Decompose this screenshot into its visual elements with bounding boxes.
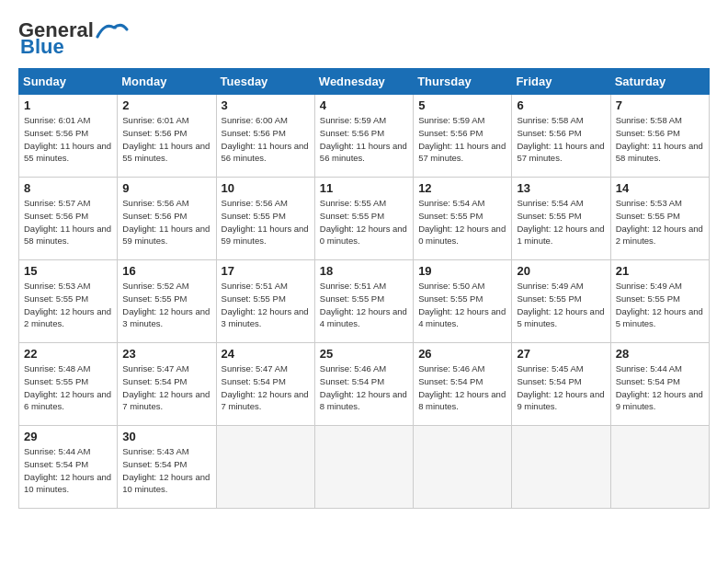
day-info: Sunrise: 5:58 AM Sunset: 5:56 PM Dayligh… (616, 114, 704, 165)
day-info: Sunrise: 5:53 AM Sunset: 5:55 PM Dayligh… (616, 197, 704, 247)
day-info: Sunrise: 5:51 AM Sunset: 5:55 PM Dayligh… (320, 280, 408, 330)
day-number: 29 (24, 430, 112, 443)
calendar-cell-8: 8 Sunrise: 5:57 AM Sunset: 5:56 PM Dayli… (19, 178, 118, 260)
calendar-cell-14: 14 Sunrise: 5:53 AM Sunset: 5:55 PM Dayl… (610, 178, 709, 260)
day-info: Sunrise: 5:44 AM Sunset: 5:54 PM Dayligh… (24, 445, 112, 496)
page-header: General Blue (18, 18, 710, 59)
weekday-header-thursday: Thursday (414, 69, 512, 95)
day-info: Sunrise: 5:44 AM Sunset: 5:54 PM Dayligh… (616, 362, 704, 413)
day-number: 21 (616, 264, 704, 278)
day-info: Sunrise: 5:59 AM Sunset: 5:56 PM Dayligh… (418, 114, 506, 165)
day-number: 3 (222, 98, 310, 112)
day-number: 4 (320, 98, 408, 112)
calendar-cell-11: 11 Sunrise: 5:55 AM Sunset: 5:55 PM Dayl… (314, 178, 413, 260)
day-info: Sunrise: 5:43 AM Sunset: 5:54 PM Dayligh… (122, 445, 210, 496)
day-number: 15 (24, 264, 112, 278)
calendar-cell-26: 26 Sunrise: 5:46 AM Sunset: 5:54 PM Dayl… (414, 343, 512, 426)
calendar-cell-2: 2 Sunrise: 6:01 AM Sunset: 5:56 PM Dayli… (118, 95, 216, 178)
calendar-cell-12: 12 Sunrise: 5:54 AM Sunset: 5:55 PM Dayl… (414, 178, 512, 260)
empty-cell (414, 426, 512, 509)
day-info: Sunrise: 5:56 AM Sunset: 5:56 PM Dayligh… (122, 197, 210, 247)
logo: General Blue (18, 18, 129, 59)
day-info: Sunrise: 5:51 AM Sunset: 5:55 PM Dayligh… (222, 280, 310, 330)
day-number: 6 (517, 98, 605, 112)
day-number: 28 (616, 347, 704, 361)
day-info: Sunrise: 6:01 AM Sunset: 5:56 PM Dayligh… (122, 114, 210, 165)
day-number: 24 (222, 347, 310, 361)
day-info: Sunrise: 5:47 AM Sunset: 5:54 PM Dayligh… (122, 362, 210, 413)
weekday-header-friday: Friday (512, 69, 610, 95)
day-info: Sunrise: 5:53 AM Sunset: 5:55 PM Dayligh… (24, 280, 112, 330)
logo-bird-icon (96, 20, 129, 40)
calendar-cell-25: 25 Sunrise: 5:46 AM Sunset: 5:54 PM Dayl… (314, 343, 413, 426)
calendar-cell-22: 22 Sunrise: 5:48 AM Sunset: 5:55 PM Dayl… (19, 343, 118, 426)
empty-cell (610, 426, 709, 509)
day-info: Sunrise: 5:57 AM Sunset: 5:56 PM Dayligh… (24, 197, 112, 247)
day-number: 14 (616, 181, 704, 195)
day-info: Sunrise: 6:00 AM Sunset: 5:56 PM Dayligh… (222, 114, 310, 165)
day-info: Sunrise: 5:49 AM Sunset: 5:55 PM Dayligh… (616, 280, 704, 330)
calendar-cell-16: 16 Sunrise: 5:52 AM Sunset: 5:55 PM Dayl… (118, 260, 216, 343)
day-info: Sunrise: 5:50 AM Sunset: 5:55 PM Dayligh… (418, 280, 506, 330)
calendar-cell-4: 4 Sunrise: 5:59 AM Sunset: 5:56 PM Dayli… (314, 95, 413, 178)
day-info: Sunrise: 5:49 AM Sunset: 5:55 PM Dayligh… (517, 280, 605, 330)
calendar-cell-24: 24 Sunrise: 5:47 AM Sunset: 5:54 PM Dayl… (216, 343, 314, 426)
calendar-cell-6: 6 Sunrise: 5:58 AM Sunset: 5:56 PM Dayli… (512, 95, 610, 178)
day-number: 18 (320, 264, 408, 278)
weekday-header-sunday: Sunday (19, 69, 118, 95)
day-info: Sunrise: 5:52 AM Sunset: 5:55 PM Dayligh… (122, 280, 210, 330)
calendar-cell-18: 18 Sunrise: 5:51 AM Sunset: 5:55 PM Dayl… (314, 260, 413, 343)
day-number: 22 (24, 347, 112, 361)
day-number: 10 (222, 181, 310, 195)
logo-blue: Blue (20, 35, 64, 59)
day-number: 20 (517, 264, 605, 278)
day-number: 27 (517, 347, 605, 361)
calendar-cell-1: 1 Sunrise: 6:01 AM Sunset: 5:56 PM Dayli… (19, 95, 118, 178)
day-info: Sunrise: 5:55 AM Sunset: 5:55 PM Dayligh… (320, 197, 408, 247)
calendar-cell-15: 15 Sunrise: 5:53 AM Sunset: 5:55 PM Dayl… (19, 260, 118, 343)
day-number: 5 (418, 98, 506, 112)
empty-cell (216, 426, 314, 509)
calendar-cell-19: 19 Sunrise: 5:50 AM Sunset: 5:55 PM Dayl… (414, 260, 512, 343)
day-info: Sunrise: 5:54 AM Sunset: 5:55 PM Dayligh… (517, 197, 605, 247)
day-info: Sunrise: 5:54 AM Sunset: 5:55 PM Dayligh… (418, 197, 506, 247)
day-info: Sunrise: 5:46 AM Sunset: 5:54 PM Dayligh… (320, 362, 408, 413)
day-number: 1 (24, 98, 112, 112)
day-info: Sunrise: 5:47 AM Sunset: 5:54 PM Dayligh… (222, 362, 310, 413)
calendar-cell-23: 23 Sunrise: 5:47 AM Sunset: 5:54 PM Dayl… (118, 343, 216, 426)
calendar-cell-21: 21 Sunrise: 5:49 AM Sunset: 5:55 PM Dayl… (610, 260, 709, 343)
day-info: Sunrise: 6:01 AM Sunset: 5:56 PM Dayligh… (24, 114, 112, 165)
day-number: 19 (418, 264, 506, 278)
calendar-cell-30: 30 Sunrise: 5:43 AM Sunset: 5:54 PM Dayl… (118, 426, 216, 509)
day-info: Sunrise: 5:59 AM Sunset: 5:56 PM Dayligh… (320, 114, 408, 165)
day-number: 16 (122, 264, 210, 278)
day-number: 12 (418, 181, 506, 195)
day-number: 30 (122, 430, 210, 443)
calendar-cell-7: 7 Sunrise: 5:58 AM Sunset: 5:56 PM Dayli… (610, 95, 709, 178)
weekday-header-wednesday: Wednesday (314, 69, 413, 95)
day-number: 8 (24, 181, 112, 195)
day-number: 25 (320, 347, 408, 361)
weekday-header-tuesday: Tuesday (216, 69, 314, 95)
calendar-cell-3: 3 Sunrise: 6:00 AM Sunset: 5:56 PM Dayli… (216, 95, 314, 178)
calendar-cell-17: 17 Sunrise: 5:51 AM Sunset: 5:55 PM Dayl… (216, 260, 314, 343)
empty-cell (512, 426, 610, 509)
day-number: 7 (616, 98, 704, 112)
day-number: 13 (517, 181, 605, 195)
day-info: Sunrise: 5:46 AM Sunset: 5:54 PM Dayligh… (418, 362, 506, 413)
calendar-cell-20: 20 Sunrise: 5:49 AM Sunset: 5:55 PM Dayl… (512, 260, 610, 343)
day-info: Sunrise: 5:48 AM Sunset: 5:55 PM Dayligh… (24, 362, 112, 413)
day-info: Sunrise: 5:56 AM Sunset: 5:55 PM Dayligh… (222, 197, 310, 247)
calendar-cell-29: 29 Sunrise: 5:44 AM Sunset: 5:54 PM Dayl… (19, 426, 118, 509)
day-number: 9 (122, 181, 210, 195)
calendar-cell-13: 13 Sunrise: 5:54 AM Sunset: 5:55 PM Dayl… (512, 178, 610, 260)
calendar-cell-28: 28 Sunrise: 5:44 AM Sunset: 5:54 PM Dayl… (610, 343, 709, 426)
calendar-cell-27: 27 Sunrise: 5:45 AM Sunset: 5:54 PM Dayl… (512, 343, 610, 426)
calendar-cell-5: 5 Sunrise: 5:59 AM Sunset: 5:56 PM Dayli… (414, 95, 512, 178)
calendar-cell-9: 9 Sunrise: 5:56 AM Sunset: 5:56 PM Dayli… (118, 178, 216, 260)
day-info: Sunrise: 5:45 AM Sunset: 5:54 PM Dayligh… (517, 362, 605, 413)
day-number: 26 (418, 347, 506, 361)
day-number: 17 (222, 264, 310, 278)
day-number: 11 (320, 181, 408, 195)
day-number: 23 (122, 347, 210, 361)
